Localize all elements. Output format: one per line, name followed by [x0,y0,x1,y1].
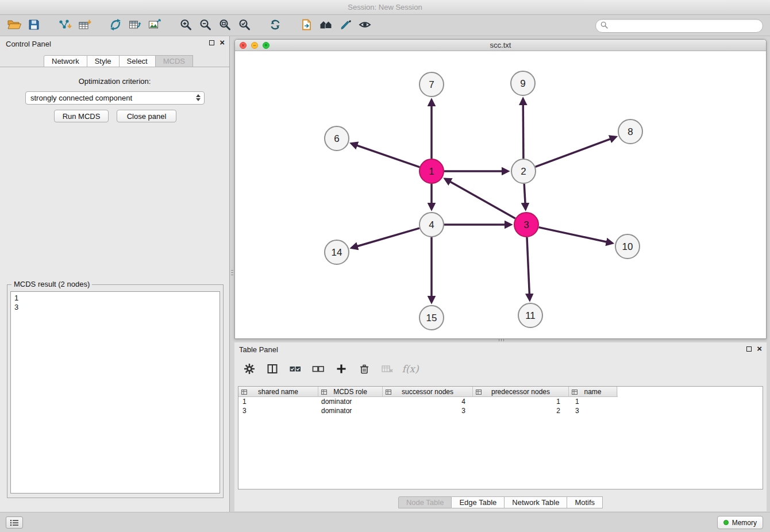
column-edit-icon [386,389,391,395]
quick-search-field[interactable] [595,19,763,33]
apply-style-button[interactable] [297,17,316,34]
float-table-panel-icon[interactable] [746,346,752,352]
vertical-splitter-handle[interactable] [230,264,234,280]
graph-node-6[interactable]: 6 [325,126,349,151]
new-network-button[interactable] [106,17,125,34]
save-session-button[interactable] [24,17,44,34]
open-session-button[interactable] [5,17,24,34]
tab-edge-table[interactable]: Edge Table [452,496,505,508]
tab-style[interactable]: Style [87,55,120,67]
zoom-selected-button[interactable] [234,17,254,34]
graph-edge-2-9[interactable] [523,99,523,159]
first-neighbors-button[interactable] [316,17,336,34]
select-updown-icon [196,94,201,101]
table-row[interactable]: 3dominator323 [238,406,763,415]
close-table-panel-icon[interactable]: × [757,345,762,352]
tab-node-table[interactable]: Node Table [398,496,452,508]
minimize-window-icon[interactable]: − [251,42,258,49]
tab-network-table[interactable]: Network Table [505,496,567,508]
column-header-successor-nodes[interactable]: successor nodes [383,387,473,397]
graph-node-7[interactable]: 7 [419,72,444,97]
deselect-all-rows-button[interactable] [311,362,325,376]
close-window-icon[interactable]: × [240,42,247,49]
column-header-shared-name[interactable]: shared name [238,387,318,397]
table-cell[interactable]: 3 [383,406,473,415]
table-cell[interactable]: 3 [569,406,617,415]
network-canvas[interactable]: 7968124314101511 [235,52,766,338]
tab-mcds[interactable]: MCDS [156,55,193,67]
table-cell[interactable]: 3 [238,406,318,415]
table-cell[interactable]: 1 [473,397,569,406]
close-panel-button[interactable]: Close panel [117,110,176,122]
table-cell[interactable]: 4 [383,397,473,406]
add-row-button[interactable] [334,362,348,376]
maximize-window-icon[interactable]: + [263,42,270,49]
import-table-button[interactable] [75,17,94,34]
delete-table-button [380,362,394,376]
table-cell[interactable]: dominator [318,397,383,406]
new-table-button[interactable] [125,17,145,34]
column-header-name[interactable]: name [569,387,617,397]
plus-icon [335,363,348,375]
graph-node-2[interactable]: 2 [511,159,536,183]
graph-node-3[interactable]: 3 [514,213,538,237]
graph-node-15[interactable]: 15 [419,306,444,330]
graph-node-11[interactable]: 11 [518,303,542,327]
table-cell[interactable]: 1 [238,397,318,406]
tab-motifs[interactable]: Motifs [567,496,603,508]
node-table[interactable]: shared name MCDS role successor nodes pr… [238,386,763,489]
houses-icon [319,18,333,33]
graph-node-10[interactable]: 10 [615,234,640,259]
float-panel-icon[interactable] [209,40,214,45]
graph-node-1[interactable]: 1 [419,159,444,183]
memory-button[interactable]: Memory [717,516,763,529]
zoom-in-button[interactable] [176,17,195,34]
search-input[interactable] [611,21,758,31]
criterion-select[interactable]: strongly connected component [25,91,205,105]
tab-select[interactable]: Select [120,55,156,67]
graph-edge-4-14[interactable] [352,228,419,248]
graph-node-4[interactable]: 4 [419,213,444,237]
mcds-result-list[interactable]: 13 [10,291,220,494]
show-details-button[interactable] [355,17,375,34]
zoom-out-icon [199,18,211,33]
annotations-button[interactable] [336,17,355,34]
columns-icon [266,363,279,375]
graph-edge-2-8[interactable] [536,137,616,167]
table-panel-tabs: Node Table Edge Table Network Table Moti… [234,496,767,508]
graph-edge-2-3[interactable] [524,184,525,209]
graph-edge-3-11[interactable] [527,237,530,300]
graph-edge-1-6[interactable] [352,144,420,167]
graph-edge-3-1[interactable] [445,179,515,218]
show-hidden-panels-button[interactable] [6,516,23,529]
column-header-predecessor-nodes[interactable]: predecessor nodes [473,387,569,397]
tab-network[interactable]: Network [44,55,87,67]
table-row[interactable]: 1dominator411 [238,397,763,406]
import-network-button[interactable] [55,17,75,34]
graph-node-label: 9 [520,78,525,89]
zoom-out-button[interactable] [195,17,215,34]
control-panel-tabs: Network Style Select MCDS [44,55,193,67]
run-mcds-button[interactable]: Run MCDS [54,110,109,122]
zoom-fit-button[interactable] [215,17,234,34]
refresh-view-button[interactable] [265,17,285,34]
table-settings-button[interactable] [242,362,256,376]
delete-row-button[interactable] [357,362,371,376]
import-table-icon [78,18,91,33]
column-header-mcds-role[interactable]: MCDS role [318,387,383,397]
show-columns-button[interactable] [265,362,279,376]
graph-edge-3-10[interactable] [539,228,613,244]
zoom-selected-icon [238,18,251,33]
network-window-titlebar[interactable]: × − + scc.txt [235,40,766,51]
network-graph[interactable]: 7968124314101511 [235,52,766,338]
table-cell[interactable]: dominator [318,406,383,415]
close-panel-icon[interactable]: × [220,39,225,46]
graph-node-9[interactable]: 9 [511,71,535,95]
table-cell[interactable]: 2 [473,406,569,415]
select-all-rows-button[interactable] [288,362,302,376]
export-image-button[interactable] [145,17,164,34]
graph-node-label: 6 [334,133,339,144]
table-cell[interactable]: 1 [569,397,617,406]
graph-node-14[interactable]: 14 [325,240,349,264]
graph-node-8[interactable]: 8 [618,119,642,144]
